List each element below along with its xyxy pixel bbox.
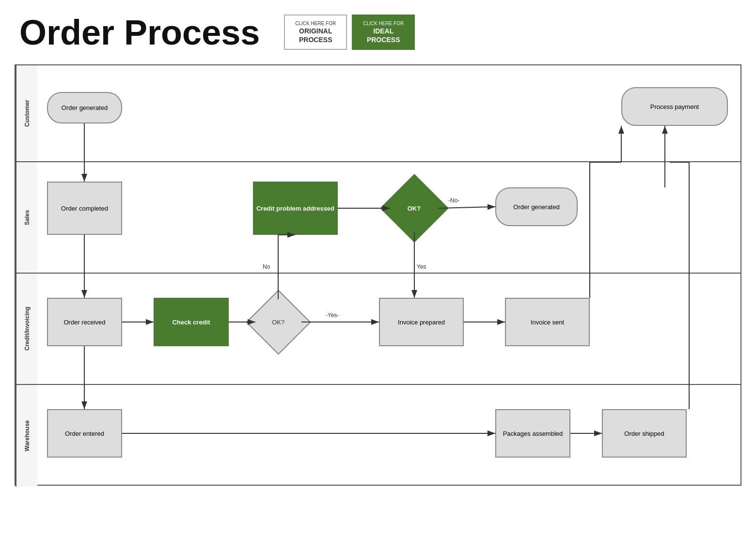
shape-order-shipped: Order shipped xyxy=(602,409,687,458)
original-btn-main: ORIGINAL PROCESS xyxy=(294,27,337,44)
lane-customer-label: Customer xyxy=(16,65,37,161)
shape-order-generated-sales: Order generated xyxy=(495,187,578,226)
shape-order-entered: Order entered xyxy=(47,409,122,458)
shape-credit-problem-addressed: Credit problem addressed xyxy=(253,182,338,235)
shape-order-generated-customer: Order generated xyxy=(47,92,122,123)
page-header: Order Process CLICK HERE FOR ORIGINAL PR… xyxy=(0,0,756,60)
lane-sales-label: Sales xyxy=(16,162,37,273)
lane-warehouse-label: Warehouse xyxy=(16,385,37,487)
header-buttons: CLICK HERE FOR ORIGINAL PROCESS CLICK HE… xyxy=(284,15,415,50)
page-title: Order Process xyxy=(19,15,260,50)
lane-credit-label: Credit/Invoicing xyxy=(16,274,37,384)
ideal-btn-sub: CLICK HERE FOR xyxy=(362,20,405,27)
original-process-button[interactable]: CLICK HERE FOR ORIGINAL PROCESS xyxy=(284,15,347,50)
lane-sales: Sales xyxy=(16,162,740,274)
ideal-process-button[interactable]: CLICK HERE FOR IDEAL PROCESS xyxy=(352,15,415,50)
lane-credit: Credit/Invoicing xyxy=(16,274,740,385)
shape-order-received: Order received xyxy=(47,298,122,346)
shape-packages-assembled: Packages assembled xyxy=(495,409,570,458)
shape-invoice-sent: Invoice sent xyxy=(505,298,590,346)
shape-invoice-prepared: Invoice prepared xyxy=(379,298,464,346)
shape-order-completed: Order completed xyxy=(47,182,122,235)
process-diagram: Customer Sales Credit/Invoicing Warehous… xyxy=(15,64,741,486)
shape-check-credit: Check credit xyxy=(154,298,229,346)
ideal-btn-main: IDEAL PROCESS xyxy=(362,27,405,44)
shape-process-payment: Process payment xyxy=(621,87,728,126)
original-btn-sub: CLICK HERE FOR xyxy=(294,20,337,27)
